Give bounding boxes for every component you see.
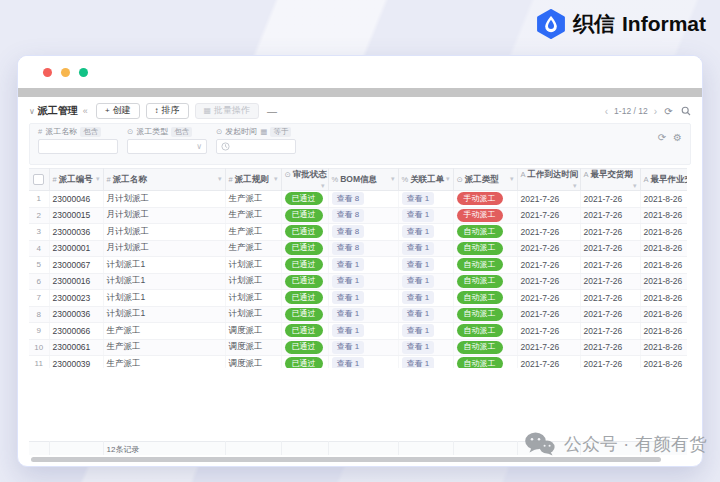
table-row[interactable]: 1123000039生产派工调度派工已通过查看 1查看 1自动派工2021-7-…	[29, 356, 687, 369]
browser-toolbar-placeholder	[18, 88, 702, 97]
view-workorder-link[interactable]: 查看 1	[402, 275, 435, 288]
horizontal-scrollbar-thumb[interactable]	[31, 457, 661, 462]
cell-dispatch-type: 自动派工	[453, 273, 517, 290]
dispatch-type-badge: 自动派工	[457, 225, 503, 238]
view-bom-link[interactable]: 查看 8	[332, 209, 365, 222]
view-bom-link[interactable]: 查看 1	[332, 275, 365, 288]
select-all-header[interactable]	[29, 169, 49, 191]
minimize-window-dot[interactable]	[61, 68, 70, 77]
field-type-icon: A	[644, 175, 649, 184]
table-row[interactable]: 823000036计划派工1计划派工已通过查看 1查看 1自动派工2021-7-…	[29, 306, 687, 323]
view-workorder-link[interactable]: 查看 1	[402, 225, 435, 238]
title-chevron-icon[interactable]: ∨	[29, 107, 35, 116]
table-row[interactable]: 223000015月计划派工生产派工已通过查看 8查看 1手动派工2021-7-…	[29, 207, 687, 224]
cell-dispatch-type: 自动派工	[453, 323, 517, 340]
view-bom-link[interactable]: 查看 8	[332, 242, 365, 255]
table-row[interactable]: 423000001月计划派工生产派工已通过查看 8查看 1自动派工2021-7-…	[29, 240, 687, 257]
maximize-window-dot[interactable]	[79, 68, 88, 77]
cell-arrive-time: 2021-7-26	[517, 240, 580, 257]
view-bom-link[interactable]: 查看 1	[332, 308, 365, 321]
table-row[interactable]: 1023000061生产派工调度派工已通过查看 1查看 1自动派工2021-7-…	[29, 339, 687, 356]
table-row[interactable]: 923000066生产派工调度派工已通过查看 1查看 1自动派工2021-7-2…	[29, 323, 687, 340]
view-workorder-link[interactable]: 查看 1	[402, 291, 435, 304]
filter-operator-badge[interactable]: 等于	[270, 127, 291, 137]
column-menu-caret-icon[interactable]: ▾	[446, 175, 450, 183]
view-bom-link[interactable]: 查看 1	[332, 357, 365, 368]
close-window-dot[interactable]	[43, 68, 52, 77]
filter-refresh-icon[interactable]: ⟳	[658, 133, 666, 143]
column-menu-caret-icon[interactable]: ▾	[274, 175, 278, 183]
approval-status-badge: 已通过	[285, 225, 323, 238]
table-row[interactable]: 623000016计划派工1计划派工已通过查看 1查看 1自动派工2021-7-…	[29, 273, 687, 290]
column-header-6[interactable]: %关联工单▾	[398, 169, 453, 191]
cell-workorder: 查看 1	[398, 290, 453, 307]
column-menu-caret-icon[interactable]: ▾	[391, 175, 395, 183]
filter-dispatch-type: ⊙ 派工类型 包含 ∨	[127, 127, 207, 160]
column-menu-caret-icon[interactable]: ▾	[96, 175, 100, 183]
table-row[interactable]: 523000067计划派工1计划派工已通过查看 1查看 1自动派工2021-7-…	[29, 257, 687, 274]
column-header-8[interactable]: A工作到达时间▾	[517, 169, 580, 191]
field-type-icon: #	[229, 175, 233, 184]
cell-dispatch-name: 月计划派工	[103, 191, 225, 208]
view-bom-link[interactable]: 查看 8	[332, 192, 365, 205]
column-menu-caret-icon[interactable]: ▾	[218, 175, 222, 183]
approval-status-badge: 已通过	[285, 242, 323, 255]
create-button[interactable]: + 创建	[96, 103, 140, 119]
refresh-icon[interactable]: ⟳	[663, 106, 674, 117]
cell-dispatch-id: 23000036	[49, 306, 103, 323]
column-header-4[interactable]: ⊙审批状态▾	[281, 169, 328, 191]
column-menu-caret-icon[interactable]: ▾	[573, 182, 577, 190]
view-workorder-link[interactable]: 查看 1	[402, 242, 435, 255]
cell-dispatch-name: 月计划派工	[103, 224, 225, 241]
column-header-2[interactable]: #派工名称▾	[103, 169, 225, 191]
column-menu-caret-icon[interactable]: ▾	[510, 175, 514, 183]
prev-page-icon[interactable]: ‹	[605, 106, 608, 117]
cell-approval-status: 已通过	[281, 306, 328, 323]
cell-dispatch-type: 自动派工	[453, 356, 517, 369]
cell-dispatch-name: 月计划派工	[103, 207, 225, 224]
cell-earliest-job-delivery: 2021-8-26	[640, 306, 687, 323]
dispatch-type-select[interactable]: ∨	[127, 139, 207, 154]
table-row[interactable]: 723000023计划派工1计划派工已通过查看 1查看 1自动派工2021-7-…	[29, 290, 687, 307]
table-row[interactable]: 323000036月计划派工生产派工已通过查看 8查看 1自动派工2021-7-…	[29, 224, 687, 241]
view-workorder-link[interactable]: 查看 1	[402, 357, 435, 368]
view-bom-link[interactable]: 查看 1	[332, 258, 365, 271]
filter-operator-badge[interactable]: 包含	[171, 127, 192, 137]
table-row[interactable]: 123000046月计划派工生产派工已通过查看 8查看 1手动派工2021-7-…	[29, 191, 687, 208]
field-type-icon: ⊙	[216, 128, 222, 136]
view-workorder-link[interactable]: 查看 1	[402, 308, 435, 321]
view-workorder-link[interactable]: 查看 1	[402, 209, 435, 222]
filter-settings-gear-icon[interactable]: ⚙	[673, 133, 682, 143]
search-icon[interactable]	[680, 106, 691, 117]
sort-button[interactable]: ↕ 排序	[146, 103, 189, 119]
column-header-9[interactable]: A最早交货期▾	[580, 169, 640, 191]
cell-arrive-time: 2021-7-26	[517, 306, 580, 323]
field-type-icon: %	[332, 175, 339, 184]
brand-name-en: Informat	[622, 12, 706, 36]
view-workorder-link[interactable]: 查看 1	[402, 192, 435, 205]
cell-dispatch-id: 23000001	[49, 240, 103, 257]
column-menu-caret-icon[interactable]: ▾	[633, 182, 637, 190]
view-bom-link[interactable]: 查看 1	[332, 324, 365, 337]
view-bom-link[interactable]: 查看 1	[332, 291, 365, 304]
collapse-icon[interactable]: «	[83, 106, 88, 116]
column-header-5[interactable]: %BOM信息▾	[328, 169, 398, 191]
column-header-1[interactable]: #派工编号▾	[49, 169, 103, 191]
column-header-3[interactable]: #派工规则▾	[225, 169, 281, 191]
column-header-10[interactable]: A最早作业交货期	[640, 169, 687, 191]
column-menu-caret-icon[interactable]: ▾	[321, 182, 325, 190]
filter-bar: # 派工名称 包含 ⊙ 派工类型 包含 ∨ ⊙ 发起时间	[29, 123, 691, 165]
dispatch-name-input[interactable]	[38, 139, 118, 154]
view-bom-link[interactable]: 查看 1	[332, 341, 365, 354]
view-workorder-link[interactable]: 查看 1	[402, 258, 435, 271]
select-all-checkbox[interactable]	[33, 174, 44, 185]
column-header-7[interactable]: ⊙派工类型▾	[453, 169, 517, 191]
view-workorder-link[interactable]: 查看 1	[402, 324, 435, 337]
next-page-icon[interactable]: ›	[654, 106, 657, 117]
start-time-input[interactable]	[216, 139, 296, 154]
filter-operator-badge[interactable]: 包含	[80, 127, 101, 137]
view-workorder-link[interactable]: 查看 1	[402, 341, 435, 354]
cell-arrive-time: 2021-7-26	[517, 356, 580, 369]
view-bom-link[interactable]: 查看 8	[332, 225, 365, 238]
more-actions-icon[interactable]: —	[267, 106, 277, 117]
